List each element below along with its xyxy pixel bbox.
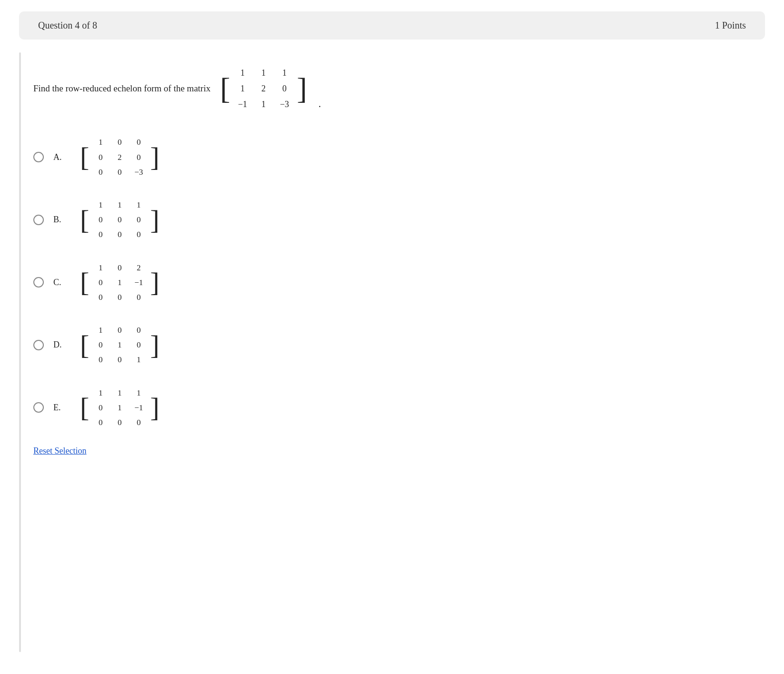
- left-bar: [19, 52, 21, 456]
- option-b-row[interactable]: B. [ 111 000 000 ]: [33, 196, 765, 244]
- option-c-label: C.: [53, 278, 65, 287]
- option-e-matrix: [ 111 01−1 000 ]: [80, 384, 160, 432]
- reset-selection-link[interactable]: Reset Selection: [33, 446, 86, 456]
- option-d-label: D.: [53, 340, 65, 350]
- radio-e[interactable]: [33, 402, 44, 413]
- radio-d[interactable]: [33, 340, 44, 350]
- points-label: 1 Points: [715, 20, 746, 31]
- radio-a[interactable]: [33, 152, 44, 162]
- option-b-label: B.: [53, 215, 65, 225]
- option-e-label: E.: [53, 403, 65, 413]
- option-e-row[interactable]: E. [ 111 01−1 000 ]: [33, 384, 765, 432]
- radio-c[interactable]: [33, 277, 44, 287]
- option-a-matrix: [ 100 020 00−3 ]: [80, 133, 160, 181]
- option-c-matrix: [ 102 01−1 000 ]: [80, 258, 160, 307]
- option-d-matrix: [ 100 010 001 ]: [80, 321, 160, 369]
- header-bar: Question 4 of 8 1 Points: [19, 11, 765, 40]
- input-bracket-left: [: [220, 73, 230, 104]
- question-number: Question 4 of 8: [38, 20, 97, 31]
- input-matrix-grid: 111 120 −11−3: [230, 63, 297, 114]
- question-body: Find the row-reduced echelon form of the…: [33, 83, 211, 94]
- answer-options: A. [ 100 020 00−3 ] B. [ 111 000 000: [33, 133, 765, 432]
- option-a-row[interactable]: A. [ 100 020 00−3 ]: [33, 133, 765, 181]
- question-text: Find the row-reduced echelon form of the…: [33, 63, 765, 114]
- option-c-row[interactable]: C. [ 102 01−1 000 ]: [33, 258, 765, 307]
- input-bracket-right: ]: [297, 73, 307, 104]
- input-matrix-container: [ 111 120 −11−3 ]: [220, 63, 307, 114]
- radio-b[interactable]: [33, 215, 44, 225]
- option-d-row[interactable]: D. [ 100 010 001 ]: [33, 321, 765, 369]
- option-b-matrix: [ 111 000 000 ]: [80, 196, 160, 244]
- option-a-label: A.: [53, 152, 65, 162]
